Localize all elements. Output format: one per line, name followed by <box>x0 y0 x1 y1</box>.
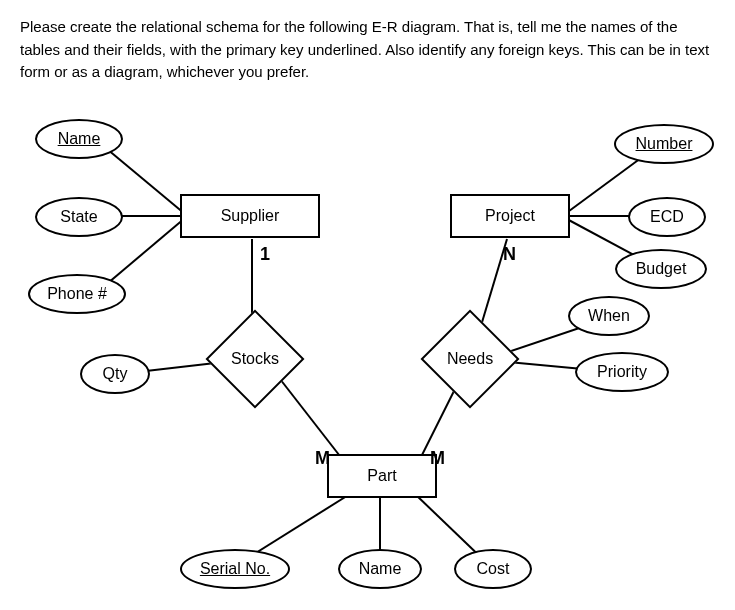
attr-stocks-qty-label: Qty <box>103 365 128 383</box>
entity-project-label: Project <box>485 207 535 225</box>
attr-supplier-phone-label: Phone # <box>47 285 107 303</box>
attr-supplier-name: Name <box>35 119 123 159</box>
attr-part-name: Name <box>338 549 422 589</box>
attr-part-serial: Serial No. <box>180 549 290 589</box>
entity-part-label: Part <box>367 467 396 485</box>
attr-supplier-name-label: Name <box>58 130 101 148</box>
relationship-stocks: Stocks <box>220 324 290 394</box>
relationship-stocks-label: Stocks <box>220 324 290 394</box>
entity-part: Part <box>327 454 437 498</box>
relationship-needs-label: Needs <box>435 324 505 394</box>
attr-project-ecd-label: ECD <box>650 208 684 226</box>
attr-part-cost-label: Cost <box>477 560 510 578</box>
attr-project-ecd: ECD <box>628 197 706 237</box>
attr-needs-priority: Priority <box>575 352 669 392</box>
cardinality-needs-project: N <box>503 244 516 265</box>
instruction-text: Please create the relational schema for … <box>20 16 715 84</box>
attr-needs-when-label: When <box>588 307 630 325</box>
cardinality-stocks-supplier: 1 <box>260 244 270 265</box>
attr-part-cost: Cost <box>454 549 532 589</box>
attr-project-number: Number <box>614 124 714 164</box>
entity-supplier-label: Supplier <box>221 207 280 225</box>
cardinality-needs-part: M <box>430 448 445 469</box>
relationship-needs: Needs <box>435 324 505 394</box>
attr-needs-priority-label: Priority <box>597 363 647 381</box>
attr-part-name-label: Name <box>359 560 402 578</box>
er-diagram: Supplier Project Part Name State Phone #… <box>20 94 715 594</box>
attr-project-budget: Budget <box>615 249 707 289</box>
attr-needs-when: When <box>568 296 650 336</box>
edge-layer <box>20 94 715 594</box>
attr-part-serial-label: Serial No. <box>200 560 270 578</box>
attr-stocks-qty: Qty <box>80 354 150 394</box>
entity-project: Project <box>450 194 570 238</box>
attr-supplier-state-label: State <box>60 208 97 226</box>
cardinality-stocks-part: M <box>315 448 330 469</box>
attr-supplier-phone: Phone # <box>28 274 126 314</box>
entity-supplier: Supplier <box>180 194 320 238</box>
attr-supplier-state: State <box>35 197 123 237</box>
attr-project-budget-label: Budget <box>636 260 687 278</box>
attr-project-number-label: Number <box>636 135 693 153</box>
